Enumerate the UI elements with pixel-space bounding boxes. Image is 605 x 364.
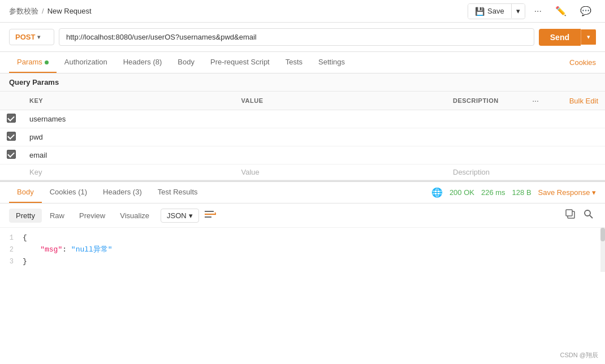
svg-rect-2: [205, 216, 211, 218]
send-btn-group: Send ▾: [539, 29, 596, 46]
url-bar: POST ▾ Send ▾: [0, 23, 605, 52]
save-response-arrow-icon: ▾: [592, 188, 596, 197]
row1-value-cell[interactable]: [235, 110, 447, 128]
format-tab-pretty[interactable]: Pretty: [9, 209, 42, 223]
scrollbar-thumb[interactable]: [600, 228, 605, 241]
tab-pre-request[interactable]: Pre-request Script: [202, 52, 278, 73]
breadcrumb-separator: /: [42, 7, 44, 15]
response-size: 128 B: [512, 188, 531, 197]
response-tab-body[interactable]: Body: [9, 182, 42, 203]
tab-body[interactable]: Body: [170, 52, 202, 73]
save-dropdown-button[interactable]: ▾: [511, 4, 525, 18]
tab-params[interactable]: Params: [9, 52, 57, 73]
svg-rect-4: [566, 210, 572, 216]
send-dropdown-button[interactable]: ▾: [581, 29, 596, 45]
response-tabs: Body Cookies (1) Headers (3) Test Result…: [9, 182, 206, 203]
breadcrumb-current: New Request: [47, 7, 92, 15]
response-tab-test-results[interactable]: Test Results: [150, 182, 206, 203]
globe-icon: 🌐: [431, 187, 443, 198]
send-button[interactable]: Send: [539, 29, 581, 46]
method-select[interactable]: POST ▾: [9, 29, 54, 45]
table-more-button[interactable]: ···: [532, 96, 539, 105]
code-line-3: 3 }: [0, 256, 605, 268]
params-active-dot: [45, 60, 49, 64]
response-meta: 🌐 200 OK 226 ms 128 B Save Response ▾: [431, 187, 596, 198]
response-section: Body Cookies (1) Headers (3) Test Result…: [0, 180, 605, 272]
svg-rect-1: [205, 214, 216, 215]
search-button[interactable]: [581, 207, 596, 224]
table-row: pwd: [0, 128, 605, 146]
bulk-edit-button[interactable]: Bulk Edit: [569, 97, 598, 105]
format-tab-raw[interactable]: Raw: [43, 209, 71, 223]
comment-icon-button[interactable]: 💬: [576, 3, 596, 19]
code-line-1: 1 {: [0, 232, 605, 244]
method-arrow-icon: ▾: [37, 34, 40, 40]
save-button[interactable]: 💾 Save: [468, 4, 511, 19]
search-icon: [584, 209, 594, 219]
json-format-label: JSON: [167, 211, 187, 220]
response-tab-cookies[interactable]: Cookies (1): [42, 182, 95, 203]
scrollbar[interactable]: [600, 228, 605, 272]
wrap-lines-button[interactable]: [202, 207, 218, 223]
svg-point-5: [585, 210, 590, 216]
row2-value-cell[interactable]: [235, 128, 447, 146]
table-row: usernames: [0, 110, 605, 128]
row2-checkbox[interactable]: [7, 132, 16, 141]
row2-check-cell: [0, 128, 23, 146]
json-format-select[interactable]: JSON ▾: [161, 209, 199, 223]
row3-checkbox[interactable]: [7, 150, 16, 159]
cookies-link[interactable]: Cookies: [569, 58, 596, 67]
row2-key-cell: pwd: [23, 128, 235, 146]
code-view: 1 { 2 "msg": "null异常" 3 }: [0, 228, 605, 272]
row2-desc-cell[interactable]: [446, 128, 525, 146]
tab-headers[interactable]: Headers (8): [115, 52, 170, 73]
col-checkbox: [0, 92, 23, 110]
response-tabs-bar: Body Cookies (1) Headers (3) Test Result…: [0, 182, 605, 203]
json-format-arrow-icon: ▾: [189, 211, 193, 220]
placeholder-row: Key Value Description: [0, 164, 605, 180]
copy-button[interactable]: [563, 207, 578, 224]
breadcrumb: 参数校验 / New Request: [9, 6, 92, 16]
row1-checkbox[interactable]: [7, 114, 16, 123]
row2-key: pwd: [29, 133, 43, 141]
row1-desc-cell[interactable]: [446, 110, 525, 128]
col-value: VALUE: [235, 92, 447, 110]
copy-icon: [565, 209, 576, 219]
tab-tests[interactable]: Tests: [278, 52, 310, 73]
toolbar-icons: [563, 207, 596, 224]
format-tabs: Pretty Raw Preview Visualize: [9, 209, 156, 223]
save-icon: 💾: [475, 7, 485, 16]
request-tabs: Params Authorization Headers (8) Body Pr…: [9, 52, 353, 73]
params-table: KEY VALUE DESCRIPTION ··· Bulk Edit user…: [0, 92, 605, 180]
url-input[interactable]: [59, 28, 534, 46]
row1-check-cell: [0, 110, 23, 128]
placeholder-value[interactable]: Value: [235, 164, 447, 180]
format-tab-visualize[interactable]: Visualize: [113, 209, 156, 223]
row3-key-cell: email: [23, 146, 235, 164]
row1-key: usernames: [29, 115, 66, 123]
response-tab-headers[interactable]: Headers (3): [95, 182, 150, 203]
query-params-section: Query Params KEY VALUE DESCRIPTION ··· B…: [0, 73, 605, 180]
placeholder-description[interactable]: Description: [446, 164, 525, 180]
svg-line-6: [590, 215, 593, 218]
more-options-button[interactable]: ···: [530, 3, 546, 19]
table-header-row: KEY VALUE DESCRIPTION ··· Bulk Edit: [0, 92, 605, 110]
tab-authorization[interactable]: Authorization: [57, 52, 115, 73]
col-bulk-edit: Bulk Edit: [548, 92, 605, 110]
format-tab-preview[interactable]: Preview: [72, 209, 112, 223]
placeholder-key[interactable]: Key: [23, 164, 235, 180]
col-actions: ···: [525, 92, 548, 110]
row3-check-cell: [0, 146, 23, 164]
row3-value-cell[interactable]: [235, 146, 447, 164]
tab-settings[interactable]: Settings: [310, 52, 353, 73]
col-key: KEY: [23, 92, 235, 110]
save-label: Save: [487, 7, 504, 15]
code-line-2: 2 "msg": "null异常": [0, 244, 605, 256]
wrap-icon: [205, 210, 216, 219]
top-bar: 参数校验 / New Request 💾 Save ▾ ··· ✏️ 💬: [0, 0, 605, 23]
edit-icon-button[interactable]: ✏️: [551, 3, 571, 19]
row3-desc-cell[interactable]: [446, 146, 525, 164]
save-response-button[interactable]: Save Response ▾: [538, 188, 596, 197]
format-options: Pretty Raw Preview Visualize JSON ▾: [9, 207, 218, 223]
body-toolbar: Pretty Raw Preview Visualize JSON ▾: [0, 203, 605, 228]
